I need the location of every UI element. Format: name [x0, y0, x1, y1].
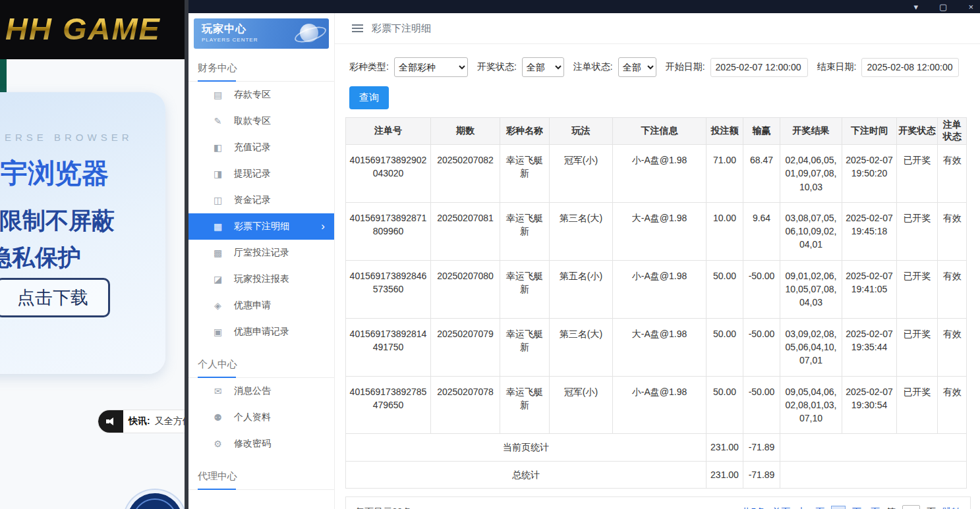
hall-bet-record-icon: ▩	[212, 248, 223, 258]
table-cell: 小-A盘@1.98	[613, 145, 706, 203]
table-cell: 2025-02-07 19:45:18	[842, 202, 897, 260]
table-cell: 401569173892871809960	[346, 202, 431, 260]
sidebar-item-promo-application-records[interactable]: ▣优惠申请记录	[188, 319, 334, 345]
table-cell: 幸运飞艇新	[500, 260, 550, 318]
site-logo: HH GAME	[5, 11, 161, 47]
sidebar-item-profile[interactable]: ⚉个人资料	[188, 404, 334, 431]
jump-suffix: 页	[927, 506, 936, 509]
table-row: 40156917389290204302020250207082幸运飞艇新冠军(…	[346, 145, 967, 203]
table-cell: 已开奖	[897, 260, 938, 318]
sidebar-item-cashout-records[interactable]: ◨提现记录	[188, 161, 334, 187]
table-cell: 2025-02-07 19:30:54	[842, 376, 897, 434]
sidebar-section-label: 代理中心	[188, 466, 334, 490]
total-count: 共5条	[741, 506, 765, 509]
jump-button[interactable]: 跳转	[942, 506, 961, 509]
table-cell: 有效	[938, 376, 967, 434]
sidebar-item-change-password[interactable]: ⚙修改密码	[188, 431, 334, 457]
end-date-label: 结束日期:	[817, 61, 857, 73]
table-cell: 小-A盘@1.98	[613, 260, 706, 318]
sidebar-item-withdrawal-zone[interactable]: ✎取款专区	[188, 108, 334, 134]
summary-row: 当前页统计231.00-71.89	[346, 434, 967, 461]
maximize-icon[interactable]: ▢	[939, 3, 947, 11]
sidebar-item-deposit-zone[interactable]: ▤存款专区	[188, 82, 334, 108]
news-ticker: 快讯: 又全方位	[98, 410, 190, 433]
table-cell: 有效	[938, 202, 967, 260]
table-cell: 03,09,02,08,05,06,04,10,07,01	[780, 318, 842, 376]
table-cell: 大-A盘@1.98	[613, 318, 706, 376]
sidebar-item-lottery-bet-details[interactable]: ▦彩票下注明细›	[188, 213, 334, 240]
lottery-type-select[interactable]: 全部彩种	[394, 57, 468, 77]
minimize-icon[interactable]: ▾	[914, 3, 919, 11]
table-cell: 大-A盘@1.98	[613, 202, 706, 260]
table-cell: 20250207080	[431, 260, 500, 318]
table-cell: 幸运飞艇新	[500, 318, 550, 376]
table-row: 40156917389281449175020250207079幸运飞艇新第三名…	[346, 318, 967, 376]
close-icon[interactable]: ×	[968, 3, 973, 11]
download-button[interactable]: 点击下载	[0, 278, 110, 317]
current-page[interactable]: 1	[831, 506, 846, 509]
sidebar-item-label: 优惠申请记录	[234, 326, 289, 338]
table-cell: 09,05,04,06,02,08,01,03,07,10	[780, 376, 842, 434]
content-toolbar: 彩票下注明细	[335, 13, 980, 44]
page-size-label: 每页显示20条	[355, 506, 412, 509]
table-cell: 幸运飞艇新	[500, 145, 550, 203]
prev-page-link[interactable]: 上一页	[797, 506, 824, 509]
sidebar-item-announcements[interactable]: ✉消息公告	[188, 378, 334, 404]
next-page-link[interactable]: 下一页	[852, 506, 880, 509]
sidebar-item-promo-application[interactable]: ◈优惠申请	[188, 292, 334, 319]
filter-bar: 彩种类型: 全部彩种 开奖状态: 全部 注单状态: 全部 开始日期: 结束日期:	[344, 52, 972, 77]
start-date-label: 开始日期:	[666, 61, 705, 73]
table-row: 40156917389278547965020250207078幸运飞艇新冠军(…	[346, 376, 967, 434]
sidebar-section-label: 个人中心	[188, 354, 334, 378]
sidebar: 玩家中心 PLAYERS CENTER 财务中心▤存款专区✎取款专区◧充值记录◨…	[188, 13, 335, 509]
sidebar-item-recharge-records[interactable]: ◧充值记录	[188, 134, 334, 161]
table-row: 40156917389287180996020250207081幸运飞艇新第三名…	[346, 202, 967, 260]
column-header: 开奖结果	[780, 118, 842, 145]
table-header-row: 注单号期数彩种名称玩法下注信息投注额输赢开奖结果下注时间开奖状态注单状态	[346, 118, 967, 145]
chevron-right-icon: ›	[321, 220, 325, 233]
end-date-input[interactable]	[861, 58, 959, 77]
table-cell: 50.00	[706, 318, 743, 376]
table-cell: 68.47	[743, 145, 780, 203]
table-cell: 20250207078	[431, 376, 500, 434]
table-cell: 已开奖	[897, 145, 938, 203]
promo-apply-icon: ◈	[212, 300, 223, 311]
column-header: 下注信息	[613, 118, 706, 145]
table-cell: -50.00	[743, 318, 780, 376]
summary-label: 总统计	[346, 461, 706, 488]
table-cell: 71.00	[706, 145, 743, 203]
menu-icon[interactable]	[352, 22, 363, 34]
query-button[interactable]: 查询	[349, 86, 389, 109]
sidebar-item-label: 充值记录	[234, 142, 271, 153]
table-cell: 幸运飞艇新	[500, 376, 550, 434]
sidebar-item-hall-bet-records[interactable]: ▩厅室投注记录	[188, 240, 334, 266]
table-cell: 2025-02-07 19:50:20	[842, 145, 897, 203]
site-emblem	[124, 490, 186, 509]
summary-label: 当前页统计	[346, 434, 706, 461]
table-cell: 20250207081	[431, 202, 500, 260]
sidebar-item-player-bet-report[interactable]: ◪玩家投注报表	[188, 266, 334, 292]
start-date-input[interactable]	[710, 58, 808, 77]
table-cell: 小-A盘@1.98	[613, 376, 706, 434]
recharge-record-icon: ◧	[212, 142, 223, 153]
column-header: 开奖状态	[897, 118, 938, 145]
promo-tagline: ERSE BROWSER	[5, 132, 133, 143]
summary-winloss-total: -71.89	[743, 461, 780, 488]
table-cell: 20250207082	[431, 145, 500, 203]
table-cell: -50.00	[743, 376, 780, 434]
sidebar-item-funds-records[interactable]: ◫资金记录	[188, 187, 334, 213]
first-page-link[interactable]: 首页	[772, 506, 790, 509]
order-status-select[interactable]: 全部	[618, 57, 656, 77]
sidebar-item-label: 提现记录	[234, 168, 271, 180]
sidebar-item-label: 彩票下注明细	[234, 221, 289, 232]
planet-icon	[300, 24, 318, 42]
sidebar-item-label: 存款专区	[234, 89, 271, 101]
draw-status-select[interactable]: 全部	[522, 57, 564, 77]
table-cell: 2025-02-07 19:41:05	[842, 260, 897, 318]
table-cell: 401569173892814491750	[346, 318, 431, 376]
page-jump-input[interactable]	[902, 505, 920, 509]
table-body: 40156917389290204302020250207082幸运飞艇新冠军(…	[346, 145, 967, 489]
column-header: 下注时间	[842, 118, 897, 145]
sidebar-item-label: 资金记录	[234, 194, 271, 206]
summary-winloss-total: -71.89	[743, 434, 780, 461]
